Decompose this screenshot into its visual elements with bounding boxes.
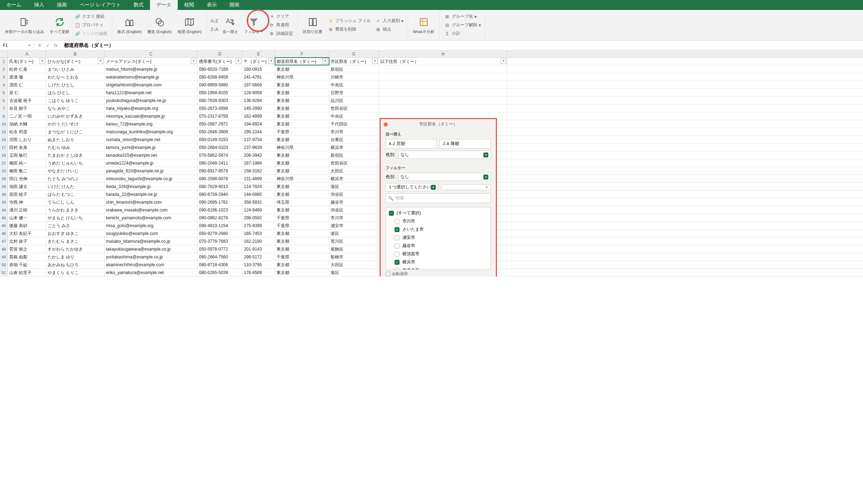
cell[interactable]: 松永 邦彦 [8, 128, 46, 135]
cell[interactable]: 茂田 仁 [8, 81, 46, 89]
cell[interactable]: 080-0265-5039 [198, 269, 242, 276]
data-validation-button[interactable]: ✓入力規則 ▾ [374, 17, 405, 25]
sort-color-select[interactable]: なし▾ [398, 151, 491, 159]
row-header[interactable]: 29 [0, 183, 8, 190]
cell[interactable]: 東京都 [275, 237, 329, 245]
cell[interactable]: 中央区 [329, 81, 379, 89]
cell[interactable]: 台東区 [329, 136, 379, 143]
sort-button[interactable]: Aᴢ並べ替え [220, 15, 240, 35]
external-data-button[interactable]: 外部データの取り込み [3, 15, 46, 35]
cell[interactable]: 080-8718-4306 [198, 261, 242, 268]
cell[interactable]: 川崎市 [329, 73, 379, 81]
cell[interactable]: 144-0885 [242, 191, 275, 198]
cell[interactable]: 090-6196-1023 [198, 206, 242, 214]
cell[interactable]: 大杉 友紀子 [8, 230, 46, 237]
cell[interactable]: 197-5669 [242, 81, 275, 89]
cell[interactable]: 165-7453 [242, 230, 275, 237]
row-header[interactable]: 49 [0, 253, 8, 261]
cell[interactable]: 寺西 伸 [8, 198, 46, 206]
cell[interactable] [379, 97, 508, 104]
cell[interactable] [379, 73, 508, 81]
cell[interactable]: masako_kitamura@example.co.jp [104, 237, 198, 245]
cell[interactable]: 東京都 [275, 245, 329, 253]
cell[interactable]: 奈良 頼子 [8, 104, 46, 112]
cell[interactable]: たむら ゆみ [46, 144, 104, 151]
cell[interactable]: 東京都 [275, 104, 329, 112]
cell[interactable]: 新宿区 [329, 65, 379, 73]
filter-value-select[interactable]: ▼ [441, 184, 491, 190]
row-header[interactable]: 6 [0, 97, 8, 104]
header-cell[interactable]: 氏名(ダミー)▼ [8, 58, 46, 65]
cell[interactable]: 品川区 [329, 97, 379, 104]
cell[interactable]: 050-2664-0103 [198, 144, 242, 151]
cell[interactable]: numata_shiori@example.net [104, 136, 198, 143]
ribbon-tab-表示[interactable]: 表示 [200, 0, 223, 10]
row-header[interactable]: 40 [0, 214, 8, 221]
cell[interactable] [379, 81, 508, 89]
flash-fill-button[interactable]: ⚡フラッシュ フィル [326, 17, 372, 25]
cell[interactable]: 298-5172 [242, 253, 275, 261]
cell[interactable]: 北村 政子 [8, 237, 46, 245]
cell[interactable]: 090-4810-1154 [198, 222, 242, 229]
cell[interactable]: 137-9734 [242, 136, 275, 143]
cell[interactable]: 世田谷区 [329, 159, 379, 167]
row-header[interactable]: 8 [0, 112, 8, 120]
cell[interactable]: はら ひとし [46, 89, 104, 96]
cell[interactable]: hara1122@example.net [104, 89, 198, 96]
cell[interactable]: watanabetooru@example.jp [104, 73, 198, 81]
row-header[interactable]: 5 [0, 89, 8, 96]
row-header[interactable]: 15 [0, 128, 8, 135]
cell[interactable]: 124-9469 [242, 206, 275, 214]
header-cell[interactable]: メールアドレス(ダミー)▼ [104, 58, 198, 65]
cell[interactable]: 187-1984 [242, 159, 275, 167]
ribbon-tab-ホーム[interactable]: ホーム [0, 0, 28, 10]
edit-links-button[interactable]: 🔗リンクの編集 [73, 30, 109, 38]
cell[interactable]: 080-8268-9459 [198, 73, 242, 81]
cell[interactable]: なら みやこ [46, 104, 104, 112]
cell[interactable]: yanagida_810@example.ne.jp [104, 167, 198, 175]
cell[interactable]: 渋谷区 [329, 191, 379, 198]
sort-asc-button[interactable]: A↓Z昇順 [386, 139, 437, 149]
row-header[interactable]: 3 [0, 73, 8, 81]
cell[interactable]: 114-7824 [242, 183, 275, 190]
cell[interactable]: 東京都 [275, 81, 329, 89]
col-header[interactable]: E [242, 50, 275, 57]
sort-desc-button[interactable]: Z↓A降順 [440, 139, 491, 149]
cell[interactable]: 荒川区 [329, 237, 379, 245]
cell[interactable]: 港区 [329, 230, 379, 237]
cell[interactable]: 194-8924 [242, 120, 275, 128]
ribbon-tab-データ[interactable]: データ [150, 0, 178, 10]
cell[interactable]: 港区 [329, 183, 379, 190]
checkbox-mixed-icon[interactable]: − [389, 211, 394, 216]
ribbon-tab-挿入[interactable]: 挿入 [28, 0, 50, 10]
col-header[interactable]: F [275, 50, 329, 57]
cell[interactable]: urakawa_masaki@example.com [104, 206, 198, 214]
cell[interactable]: 050-0149-3153 [198, 136, 242, 143]
cell[interactable]: すがわら たかゆき [46, 245, 104, 253]
cell[interactable]: 090-9959-5880 [198, 81, 242, 89]
filter-item[interactable]: 越谷市 [387, 242, 489, 250]
cell[interactable]: tamura_yumi@example.jp [104, 144, 198, 151]
header-cell[interactable]: 〒（ダミー)▼ [242, 58, 275, 65]
checkbox-icon[interactable] [386, 272, 391, 277]
row-header[interactable]: 33 [0, 198, 8, 206]
filter-dropdown-icon[interactable]: ▼ [39, 58, 45, 64]
row-header[interactable]: 50 [0, 261, 8, 268]
cell[interactable]: 加納 大輔 [8, 120, 46, 128]
enter-icon[interactable]: ✓ [46, 43, 50, 48]
filter-button[interactable]: フィルター [242, 15, 266, 35]
cell[interactable]: 050-1958-9105 [198, 89, 242, 96]
cell[interactable]: 浦川 正樹 [8, 206, 46, 214]
currency-button[interactable]: 通貨 (English) [145, 15, 173, 35]
row-header[interactable]: 23 [0, 167, 8, 175]
cell[interactable]: しげた ひとし [46, 81, 104, 89]
cell[interactable]: 東京都 [275, 261, 329, 268]
cell[interactable]: 070-3778-7683 [198, 237, 242, 245]
filter-condition-select[interactable]: １つ選択してください▾ [386, 183, 438, 191]
cell[interactable]: 横浜市 [329, 175, 379, 182]
clear-filter-button[interactable]: ⪤クリア [267, 13, 295, 21]
cell[interactable]: ikeda_326@example.jp [104, 183, 198, 190]
ribbon-tab-ページ レイアウト[interactable]: ページ レイアウト [73, 0, 127, 10]
cell[interactable]: 070-2317-8759 [198, 112, 242, 120]
sort-asc-button[interactable]: A↓Z [210, 17, 219, 25]
